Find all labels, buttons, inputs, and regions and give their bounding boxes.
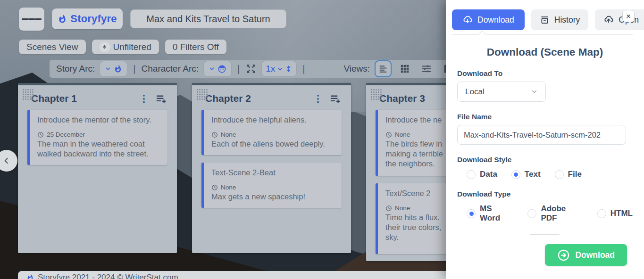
radio-text[interactable]: Text <box>511 170 541 179</box>
arrow-right-circle-icon <box>557 249 570 262</box>
radio-data[interactable]: Data <box>467 170 497 179</box>
radio-circle[interactable] <box>511 170 520 179</box>
download-type-label: Download Type <box>457 190 633 198</box>
file-name-label: File Name <box>457 113 633 121</box>
radio-adobe-pdf[interactable]: Adobe PDF <box>527 204 583 223</box>
radio-file[interactable]: File <box>555 170 582 179</box>
radio-circle[interactable] <box>467 209 476 218</box>
panel-tab-row: Download History Open <box>446 0 644 30</box>
section-divider <box>530 234 560 235</box>
tab-open[interactable]: Open <box>595 9 644 30</box>
radio-circle[interactable] <box>527 209 536 218</box>
download-style-label: Download Style <box>457 156 633 164</box>
download-style-options: Data Text File <box>457 170 633 179</box>
tab-divider <box>452 34 633 35</box>
file-name-input[interactable] <box>457 125 626 145</box>
radio-ms-word[interactable]: MS Word <box>467 204 513 223</box>
download-type-options: MS Word Adobe PDF HTML <box>457 204 633 223</box>
download-to-value: Local <box>465 87 485 97</box>
active-tab-caret <box>478 31 486 39</box>
radio-circle[interactable] <box>467 170 476 179</box>
panel-title: Download (Scene Map) <box>446 46 644 58</box>
app-window: Storyfyre Max and Kits Travel to Saturn … <box>0 0 644 279</box>
close-panel-button[interactable]: × <box>622 10 635 22</box>
download-to-label: Download To <box>457 69 633 78</box>
cloud-download-icon <box>462 15 473 25</box>
download-panel: Download History Open × Download (Scene … <box>446 0 644 279</box>
download-to-select[interactable]: Local <box>457 82 546 102</box>
cloud-upload-icon <box>603 15 614 25</box>
tab-download[interactable]: Download <box>452 9 525 30</box>
tab-history[interactable]: History <box>531 9 588 30</box>
close-icon: × <box>626 12 631 20</box>
chevron-down-icon <box>531 88 538 95</box>
archive-icon <box>540 15 550 25</box>
radio-html[interactable]: HTML <box>597 209 633 218</box>
download-submit-button[interactable]: Download <box>545 244 627 266</box>
radio-circle[interactable] <box>555 170 564 179</box>
radio-circle[interactable] <box>597 209 606 218</box>
